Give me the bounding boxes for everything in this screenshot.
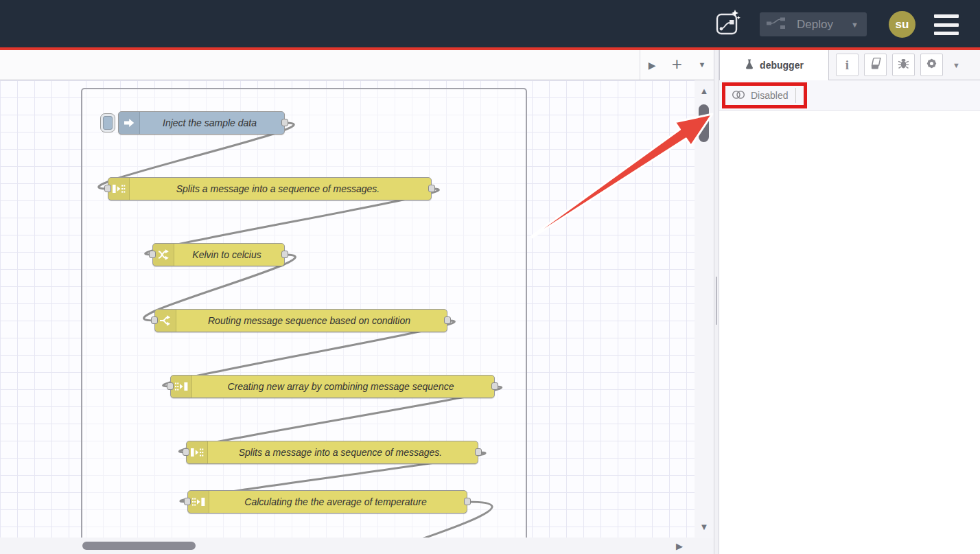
flow-canvas[interactable]: Inject the sample dataSplits a message i… xyxy=(0,80,695,538)
info-icon: i xyxy=(845,58,849,73)
add-flow-button[interactable]: + xyxy=(672,55,682,73)
tab-scroll-right-button[interactable]: ▶ xyxy=(649,60,656,70)
vertical-scroll-thumb[interactable] xyxy=(699,104,709,142)
user-avatar[interactable]: su xyxy=(889,11,915,38)
split-icon xyxy=(108,178,130,200)
hamburger-icon xyxy=(934,14,959,18)
sidebar-header: debugger i xyxy=(719,50,980,80)
input-port[interactable] xyxy=(184,498,191,505)
flask-icon xyxy=(745,59,754,71)
node-label: Inject the sample data xyxy=(139,112,280,134)
deploy-label: Deploy xyxy=(797,18,833,32)
tab-debugger[interactable]: debugger xyxy=(719,50,829,80)
info-button[interactable]: i xyxy=(836,54,859,76)
node-label: Routing message sequence based on condit… xyxy=(176,310,443,332)
deploy-button[interactable]: Deploy ▼ xyxy=(760,12,867,36)
output-port[interactable] xyxy=(281,119,288,126)
bug-icon xyxy=(898,58,909,72)
output-port[interactable] xyxy=(444,316,451,324)
flow-node-split[interactable]: Splits a message into a sequence of mess… xyxy=(186,441,478,464)
flow-list-button[interactable]: ▼ xyxy=(698,61,705,69)
node-label: Kelvin to celcius xyxy=(174,244,280,266)
settings-button[interactable] xyxy=(920,54,943,76)
caret-down-icon[interactable]: ▼ xyxy=(851,21,859,29)
output-port[interactable] xyxy=(475,448,482,456)
output-port[interactable] xyxy=(428,185,435,192)
sidebar-more-button[interactable]: ▼ xyxy=(953,61,960,69)
input-port[interactable] xyxy=(149,251,156,258)
canvas-horizontal-scrollbar[interactable]: ▶ xyxy=(0,538,714,554)
scroll-down-icon[interactable]: ▼ xyxy=(695,522,714,531)
gear-icon xyxy=(926,58,937,72)
debug-disabled-toggle[interactable]: Disabled xyxy=(732,90,788,102)
help-button[interactable] xyxy=(864,54,887,76)
scroll-up-icon[interactable]: ▲ xyxy=(695,86,714,95)
inject-trigger-button[interactable] xyxy=(100,113,115,132)
join-icon xyxy=(171,376,192,397)
canvas-vertical-scrollbar[interactable]: ▲ ▼ xyxy=(695,80,714,538)
header: Deploy ▼ su xyxy=(0,0,980,50)
scroll-right-icon[interactable]: ▶ xyxy=(676,541,683,551)
node-label: Splits a message into a sequence of mess… xyxy=(207,441,474,463)
sidebar: debugger i xyxy=(719,50,980,554)
node-red-editor: Deploy ▼ su ▶ + ▼ Inject the sample data… xyxy=(0,0,980,554)
deploy-icon xyxy=(767,17,787,32)
annotation-highlight-box: Disabled xyxy=(722,82,807,108)
toggle-icon xyxy=(732,90,746,102)
node-label: Calculating the the average of temperatu… xyxy=(209,491,463,513)
input-port[interactable] xyxy=(183,448,189,456)
workspace-tab-bar: ▶ + ▼ xyxy=(0,50,714,80)
flow-node-join[interactable]: Creating new array by combining message … xyxy=(170,375,495,398)
switch-icon xyxy=(155,310,176,332)
input-port[interactable] xyxy=(167,382,174,390)
main-menu-button[interactable] xyxy=(934,14,959,35)
flow-node-join[interactable]: Calculating the the average of temperatu… xyxy=(187,490,467,513)
flow-node-split[interactable]: Splits a message into a sequence of mess… xyxy=(108,177,432,200)
ai-flow-sparkle-icon xyxy=(716,9,740,39)
ai-assistant-button[interactable] xyxy=(715,10,741,38)
canvas-wrapper: Inject the sample dataSplits a message i… xyxy=(0,80,714,538)
debug-toolbar: Disabled xyxy=(719,80,980,111)
debug-panel-body[interactable] xyxy=(719,111,980,554)
output-port[interactable] xyxy=(281,251,288,258)
change-icon xyxy=(153,244,174,266)
flow-node-switch[interactable]: Routing message sequence based on condit… xyxy=(154,309,447,332)
horizontal-scroll-thumb[interactable] xyxy=(82,542,196,550)
node-label: Splits a message into a sequence of mess… xyxy=(129,178,427,200)
debug-button[interactable] xyxy=(892,54,915,76)
splitter-grip[interactable] xyxy=(716,277,717,325)
sidebar-splitter[interactable] xyxy=(714,50,719,554)
flow-node-change[interactable]: Kelvin to celcius xyxy=(152,243,285,266)
join-icon xyxy=(188,491,209,513)
input-port[interactable] xyxy=(151,316,158,324)
tab-debugger-label: debugger xyxy=(760,60,804,71)
sidebar-toolbar-buttons: i xyxy=(836,54,960,76)
tab-bar-controls: ▶ + ▼ xyxy=(640,50,714,80)
split-icon xyxy=(187,441,208,463)
disabled-label: Disabled xyxy=(751,90,788,101)
inject-arrow-icon xyxy=(119,112,140,134)
node-label: Creating new array by combining message … xyxy=(191,376,490,397)
output-port[interactable] xyxy=(491,382,498,390)
input-port[interactable] xyxy=(104,185,111,192)
output-port[interactable] xyxy=(464,498,471,505)
toolbar-separator xyxy=(795,88,796,103)
flow-node-inject[interactable]: Inject the sample data xyxy=(118,111,285,135)
book-icon xyxy=(869,58,882,72)
